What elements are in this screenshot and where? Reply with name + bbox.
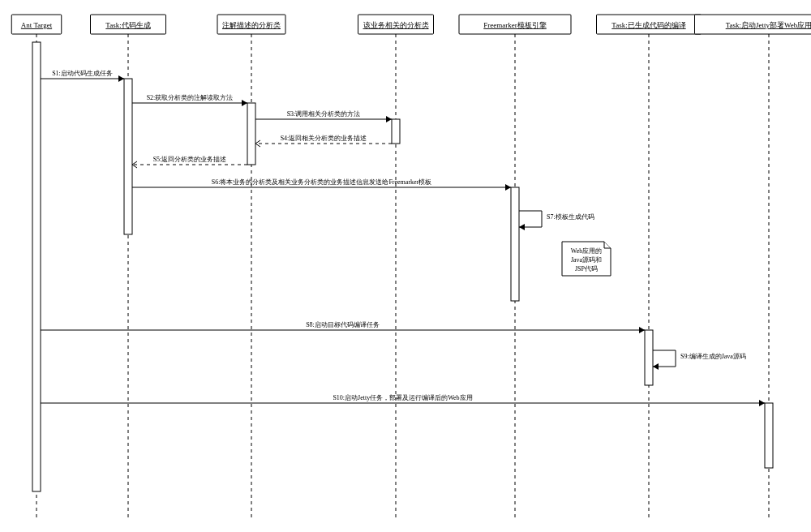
message-label-m10: S10:启动Jetty任务，部署及运行编译后的Web应用 (333, 394, 472, 401)
message-label-m6: S6:将本业务的分析类及相关业务分析类的业务描述信息发送给Freemarker模… (212, 178, 432, 186)
message-label-m5: S5:返回分析类的业务描述 (153, 156, 227, 163)
activation-L1-1 (124, 79, 132, 234)
note-text-n1-2: JSP代码 (575, 265, 598, 272)
lifeline-label-L4: Freemarker模板引擎 (483, 21, 546, 29)
activation-L0-0 (32, 42, 41, 491)
lifeline-label-L0: Ant Target (21, 21, 53, 29)
message-m7 (519, 211, 542, 227)
message-label-m3: S3:调用相关分析类的方法 (287, 110, 361, 118)
message-m9 (653, 350, 676, 367)
activation-L3-3 (392, 119, 400, 144)
lifeline-label-L3: 该业务相关的分析类 (363, 21, 429, 29)
lifeline-label-L6: Task:启动Jetty部署Web应用 (726, 21, 811, 29)
activation-L2-2 (247, 103, 255, 165)
message-label-m7: S7:模板生成代码 (547, 213, 594, 221)
message-label-m1: S1:启动代码生成任务 (52, 70, 113, 77)
message-label-m8: S8:启动目标代码编译任务 (306, 321, 380, 328)
lifeline-label-L2: 注解描述的分析类 (222, 21, 281, 29)
activation-L4-4 (511, 187, 519, 301)
lifeline-label-L1: Task:代码生成 (105, 21, 150, 29)
note-text-n1-0: Web应用的 (571, 247, 602, 255)
message-label-m4: S4:返回相关分析类的业务描述 (281, 135, 367, 142)
note-text-n1-1: Java源码和 (571, 256, 602, 264)
lifeline-label-L5: Task:已生成代码的编译 (611, 21, 685, 29)
sequence-diagram: Ant TargetTask:代码生成注解描述的分析类该业务相关的分析类Free… (0, 0, 811, 532)
message-label-m2: S2:获取分析类的注解读取方法 (147, 94, 234, 101)
message-label-m9: S9:编译生成的Java源码 (680, 353, 746, 360)
activation-L6-6 (765, 403, 773, 468)
activation-L5-5 (645, 330, 653, 385)
